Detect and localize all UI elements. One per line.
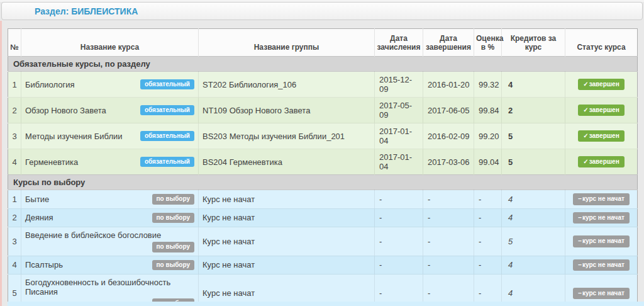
row-number: 4 xyxy=(8,256,21,275)
status-badge: −курс не начат xyxy=(573,212,630,224)
course-type-badge: по выбору xyxy=(152,194,194,205)
dash-icon: − xyxy=(578,290,582,297)
status-cell: ✓завершен xyxy=(565,123,638,149)
group-name: Курс не начат xyxy=(199,256,375,275)
course-name: Деяния xyxy=(25,213,53,222)
group-name: Курс не начат xyxy=(199,190,375,209)
course-cell: Герменевтикаобязательный xyxy=(21,149,199,175)
date-completed: 2017-03-06 xyxy=(423,149,474,175)
status-cell: −курс не начат xyxy=(565,227,638,256)
grade-percent: 99.04 xyxy=(474,149,502,175)
course-row: 4Псалтырьпо выборуКурс не начат---4−курс… xyxy=(8,256,638,275)
row-number: 2 xyxy=(8,208,21,227)
column-header-0: № xyxy=(8,29,21,57)
course-row: 4ГерменевтикаобязательныйBS204 Герменевт… xyxy=(8,149,638,175)
row-number: 3 xyxy=(8,227,21,256)
course-cell: Методы изучения Библииобязательный xyxy=(21,123,199,149)
grade-percent: - xyxy=(474,227,502,256)
page-left-edge xyxy=(0,21,2,306)
course-cell-content: Псалтырьпо выбору xyxy=(25,260,194,271)
course-cell: Библиологияобязательный xyxy=(21,72,199,98)
course-type-badge: по выбору xyxy=(152,260,194,271)
grade-percent: 99.32 xyxy=(474,72,502,98)
row-number: 3 xyxy=(8,123,21,149)
course-cell-content: Бытиепо выбору xyxy=(25,194,194,205)
course-row: 1БиблиологияобязательныйST202 Библиологи… xyxy=(8,72,638,98)
section-row-elective: Курсы по выбору xyxy=(8,175,638,190)
course-credits: 4 xyxy=(502,256,565,275)
course-credits: 2 xyxy=(502,98,565,123)
section-row-mandatory: Обязательные курсы, по разделу xyxy=(8,57,638,72)
row-number: 4 xyxy=(8,149,21,175)
row-number: 2 xyxy=(8,98,21,123)
dash-icon: − xyxy=(578,214,582,221)
date-enrolled: 2017-01-04 xyxy=(375,149,423,175)
group-name: Курс не начат xyxy=(199,227,375,256)
date-enrolled: 2015-12-09 xyxy=(375,72,423,98)
grade-percent: 99.84 xyxy=(474,98,502,123)
status-label: завершен xyxy=(589,106,619,113)
date-enrolled: 2017-05-09 xyxy=(375,98,423,123)
check-icon: ✓ xyxy=(583,132,588,139)
course-cell-content: Введение в библейское богословиепо выбор… xyxy=(25,230,194,252)
course-name: Библиология xyxy=(25,80,74,89)
status-badge: ✓завершен xyxy=(578,79,624,91)
course-row: 1Бытиепо выборуКурс не начат---4−курс не… xyxy=(8,190,638,209)
status-label: курс не начат xyxy=(582,237,625,244)
check-icon: ✓ xyxy=(583,106,588,113)
course-name: Введение в библейское богословие xyxy=(25,230,161,240)
course-row: 3Введение в библейское богословиепо выбо… xyxy=(8,227,638,256)
course-credits: 4 xyxy=(502,208,565,227)
dash-icon: − xyxy=(578,261,582,268)
status-cell: ✓завершен xyxy=(565,72,638,98)
date-completed: 2016-01-20 xyxy=(423,72,474,98)
date-completed: - xyxy=(423,227,474,256)
course-row: 3Методы изучения БиблииобязательныйBS203… xyxy=(8,123,638,149)
course-row: 2Обзор Нового ЗаветаобязательныйNT109 Об… xyxy=(8,98,638,123)
course-name: Обзор Нового Завета xyxy=(25,106,106,115)
page-top-edge xyxy=(0,0,644,2)
course-credits: 5 xyxy=(502,123,565,149)
date-enrolled: - xyxy=(375,208,423,227)
date-enrolled: 2017-01-04 xyxy=(375,123,423,149)
grade-percent: - xyxy=(474,208,502,227)
course-cell-content: Библиологияобязательный xyxy=(25,79,194,90)
column-header-5: Оценка в % xyxy=(474,29,502,57)
status-badge: ✓завершен xyxy=(578,105,624,116)
date-enrolled: - xyxy=(375,256,423,275)
course-cell-content: Герменевтикаобязательный xyxy=(25,157,194,167)
group-name: BS203 Методы изучения Библии_201 xyxy=(199,123,375,149)
course-type-badge: обязательный xyxy=(140,157,194,167)
column-header-2: Название группы xyxy=(199,29,375,57)
column-header-4: Дата завершения xyxy=(423,29,474,57)
status-badge: −курс не начат xyxy=(573,259,630,271)
course-name: Богодухновенность и безошибочность Писан… xyxy=(25,278,189,297)
course-credits: 5 xyxy=(502,227,565,256)
course-type-badge: обязательный xyxy=(140,79,194,90)
course-cell-content: Обзор Нового Заветаобязательный xyxy=(25,105,194,116)
status-badge: ✓завершен xyxy=(578,130,624,142)
course-cell-content: Методы изучения Библииобязательный xyxy=(25,131,194,142)
course-credits: 5 xyxy=(502,149,565,175)
course-credits: 4 xyxy=(502,72,565,98)
date-enrolled: - xyxy=(375,190,423,209)
column-header-6: Кредитов за курс xyxy=(502,29,565,57)
column-header-7: Статус курса xyxy=(565,29,638,57)
header-row: №Название курсаНазвание группыДата зачис… xyxy=(8,29,638,57)
status-badge: −курс не начат xyxy=(573,288,630,300)
section-row-title: Курсы по выбору xyxy=(8,175,638,190)
grade-percent: - xyxy=(474,256,502,275)
grade-percent: - xyxy=(474,190,502,209)
section-title-bar: Раздел: БИБЛЕИСТИКА xyxy=(1,2,643,20)
course-row: 2Деянияпо выборуКурс не начат---4−курс н… xyxy=(8,208,638,227)
next-section-edge xyxy=(8,302,644,306)
status-badge: ✓завершен xyxy=(578,156,624,168)
check-icon: ✓ xyxy=(583,158,588,165)
grade-percent: 99.20 xyxy=(474,123,502,149)
group-name: BS204 Герменевтика xyxy=(199,149,375,175)
course-cell: Деянияпо выбору xyxy=(21,208,199,227)
group-name: ST202 Библиология_106 xyxy=(199,72,375,98)
section-title: Раздел: БИБЛЕИСТИКА xyxy=(35,6,138,16)
status-label: завершен xyxy=(589,81,619,88)
table-body: Обязательные курсы, по разделу1Библиолог… xyxy=(8,57,638,306)
